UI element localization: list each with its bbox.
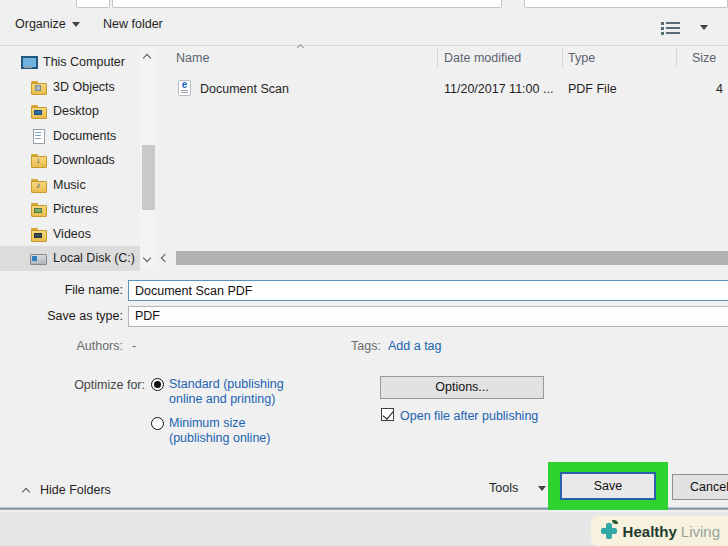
search-box-remnant[interactable] <box>524 0 728 8</box>
sidebar-item-label: 3D Objects <box>53 80 115 94</box>
folder-icon <box>30 104 46 118</box>
folder-icon <box>30 227 46 241</box>
new-folder-label: New folder <box>103 17 163 31</box>
sidebar-item-videos[interactable]: Videos <box>0 222 140 247</box>
sidebar-item-pictures[interactable]: Pictures <box>0 197 140 222</box>
tools-chevron-icon[interactable] <box>538 486 546 491</box>
monitor-icon <box>34 110 42 115</box>
horizontal-scrollbar-thumb[interactable] <box>176 251 728 265</box>
organize-label: Organize <box>15 17 66 31</box>
healthy-living-watermark: Healthy Living <box>591 516 728 546</box>
watermark-bold-text: Healthy <box>623 523 677 540</box>
green-highlight-box: Save <box>548 462 668 510</box>
authors-value[interactable]: - <box>132 339 136 353</box>
tools-menu-button[interactable]: Tools <box>489 481 518 495</box>
cancel-button[interactable]: Cancel <box>672 474 728 500</box>
sidebar-item-label: Desktop <box>53 104 99 118</box>
sidebar-item-3d-objects[interactable]: 3D Objects <box>0 75 140 100</box>
sidebar-item-label: Downloads <box>53 153 115 167</box>
sidebar-item-music[interactable]: ♪ Music <box>0 173 140 198</box>
sidebar-item-label: Music <box>53 178 86 192</box>
sidebar-item-documents[interactable]: Documents <box>0 124 140 149</box>
open-after-publishing-checkbox[interactable] <box>381 408 394 421</box>
new-folder-button[interactable]: New folder <box>103 17 163 31</box>
radio-minimum-size-label[interactable]: Minimum size (publishing online) <box>169 416 270 446</box>
folder-icon: ♪ <box>30 178 46 192</box>
options-button[interactable]: Options... <box>380 376 544 399</box>
organize-menu-button[interactable]: Organize <box>15 17 80 31</box>
navigation-sidebar: This Computer 3D Objects Desktop Documen… <box>0 46 140 268</box>
sidebar-item-label: Videos <box>53 227 91 241</box>
cube-icon <box>35 85 41 91</box>
column-header-name[interactable]: Name <box>176 51 209 65</box>
pdf-file-icon: e <box>178 80 191 96</box>
authors-label: Authors: <box>0 339 123 353</box>
open-after-publishing-label[interactable]: Open file after publishing <box>400 409 538 423</box>
column-divider[interactable] <box>562 48 563 68</box>
health-plus-icon <box>601 522 619 540</box>
folder-icon: ↓ <box>30 153 46 167</box>
disk-drive-icon <box>30 251 46 265</box>
folder-icon <box>30 202 46 216</box>
toolbar: Organize New folder <box>0 8 728 46</box>
details-view-icon[interactable] <box>660 21 682 35</box>
download-arrow-icon: ↓ <box>36 153 41 167</box>
column-divider[interactable] <box>437 48 438 68</box>
folder-icon <box>30 80 46 94</box>
radio-minimum-size[interactable] <box>151 417 164 430</box>
file-name-label: File name: <box>0 283 123 297</box>
film-icon <box>34 233 42 238</box>
toolbar-button-remnant[interactable] <box>76 0 110 8</box>
watermark-light-text: Living <box>681 523 720 540</box>
address-bar-remnant[interactable] <box>112 0 502 8</box>
file-row-date: 11/20/2017 11:00 ... <box>444 82 553 96</box>
sidebar-item-label: This Computer <box>43 55 125 69</box>
file-row-size: 4 <box>716 82 723 96</box>
column-header-size[interactable]: Size <box>692 51 716 65</box>
column-header-date-modified[interactable]: Date modified <box>444 51 521 65</box>
sidebar-item-desktop[interactable]: Desktop <box>0 99 140 124</box>
column-divider[interactable] <box>676 48 677 68</box>
file-row-name[interactable]: Document Scan <box>200 82 289 96</box>
computer-icon <box>20 55 36 69</box>
music-note-icon: ♪ <box>36 178 41 192</box>
sidebar-item-label: Pictures <box>53 202 98 216</box>
picture-icon <box>34 208 42 213</box>
collapse-chevron-icon <box>22 488 30 496</box>
radio-standard[interactable] <box>151 378 164 391</box>
view-options-dropdown[interactable] <box>700 25 708 30</box>
add-a-tag-link[interactable]: Add a tag <box>388 339 442 353</box>
scrollbar-thumb[interactable] <box>142 145 155 210</box>
sidebar-item-label: Documents <box>53 129 116 143</box>
sidebar-item-local-disk-c[interactable]: Local Disk (C:) <box>0 246 140 271</box>
sidebar-item-downloads[interactable]: ↓ Downloads <box>0 148 140 173</box>
sidebar-item-this-computer[interactable]: This Computer <box>0 50 140 75</box>
file-row-type: PDF File <box>568 82 617 96</box>
hide-folders-button[interactable]: Hide Folders <box>40 483 111 497</box>
file-name-input[interactable] <box>128 280 728 301</box>
optimize-for-label: Optimize for: <box>0 378 145 392</box>
radio-standard-label[interactable]: Standard (publishing online and printing… <box>169 377 284 407</box>
scroll-left-icon[interactable] <box>161 254 169 262</box>
sidebar-item-label: Local Disk (C:) <box>53 251 135 265</box>
save-button[interactable]: Save <box>560 472 656 500</box>
save-as-type-select[interactable]: PDF <box>128 306 728 327</box>
save-as-type-label: Save as type: <box>0 309 123 323</box>
chevron-down-icon <box>72 22 80 27</box>
document-icon <box>30 129 46 143</box>
save-as-dialog: Organize New folder This Computer 3D Obj… <box>0 0 728 546</box>
tags-label: Tags: <box>330 339 381 353</box>
column-header-type[interactable]: Type <box>568 51 595 65</box>
